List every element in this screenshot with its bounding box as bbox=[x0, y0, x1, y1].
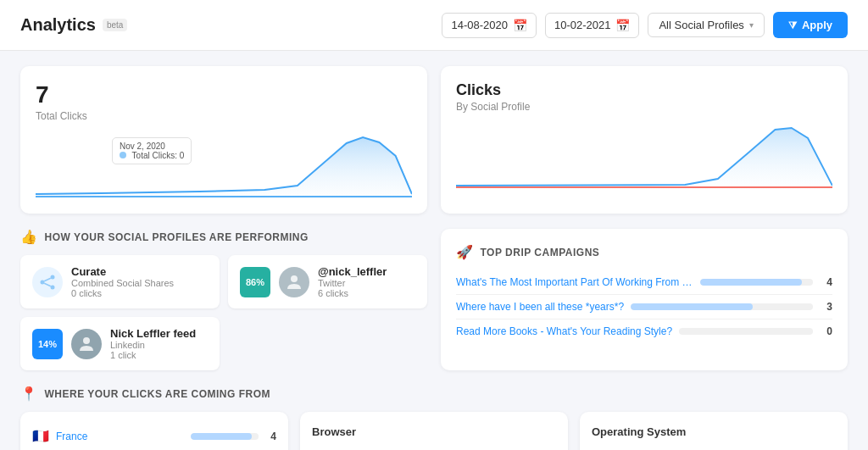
header-left: Analytics beta bbox=[20, 15, 127, 35]
curate-clicks: 0 clicks bbox=[71, 288, 174, 298]
drip-item-3: Read More Books - What's Your Reading St… bbox=[456, 319, 832, 343]
drip-bar-wrap-2 bbox=[631, 303, 813, 310]
apply-button[interactable]: ⧩ Apply bbox=[773, 12, 848, 38]
page-title: Analytics bbox=[20, 15, 96, 35]
drip-row-2: Where have I been all these *years*? 3 bbox=[456, 301, 832, 313]
calendar-icon-end: 📅 bbox=[615, 19, 630, 32]
browser-card: Browser bbox=[300, 412, 568, 450]
os-card: Operating System bbox=[580, 412, 848, 450]
nick-linkedin-percentage: 14% bbox=[32, 329, 63, 359]
drip-campaigns-section: 🚀 TOP DRIP CAMPAIGNS What's The Most Imp… bbox=[441, 229, 848, 370]
clicks-profile-chart-svg bbox=[456, 121, 832, 189]
header-right: 14-08-2020 📅 10-02-2021 📅 All Social Pro… bbox=[442, 12, 848, 38]
end-date-input[interactable]: 10-02-2021 📅 bbox=[545, 13, 640, 38]
person-icon-2 bbox=[76, 334, 97, 354]
nick-twitter-platform: Twitter bbox=[318, 278, 387, 288]
svg-point-4 bbox=[51, 285, 55, 289]
chevron-down-icon: ▾ bbox=[749, 20, 754, 30]
drip-row-1: What's The Most Important Part Of Workin… bbox=[456, 276, 832, 288]
france-bar bbox=[191, 433, 252, 440]
curate-avatar bbox=[32, 267, 63, 297]
start-date-value: 14-08-2020 bbox=[451, 19, 508, 31]
clicks-card-subtitle: By Social Profile bbox=[456, 101, 832, 113]
tooltip-value: 0 bbox=[180, 151, 185, 160]
social-profiles-heading: 👍 HOW YOUR SOCIAL PROFILES ARE PERFORMIN… bbox=[20, 229, 427, 245]
svg-point-7 bbox=[291, 275, 298, 282]
nick-linkedin-info: Nick Leffler feed Linkedin 1 click bbox=[110, 327, 196, 360]
clicks-profile-chart-area bbox=[456, 121, 832, 189]
drip-count-1: 4 bbox=[826, 276, 832, 288]
top-cards-row: 7 Total Clicks Nov 2, 2020 Total Clicks:… bbox=[20, 66, 848, 214]
france-link[interactable]: France bbox=[56, 431, 184, 442]
os-label: Operating System bbox=[592, 425, 836, 438]
browser-pie-chart bbox=[312, 445, 556, 450]
main-content: 7 Total Clicks Nov 2, 2020 Total Clicks:… bbox=[0, 51, 868, 450]
svg-point-8 bbox=[83, 337, 90, 344]
drip-item-1: What's The Most Important Part Of Workin… bbox=[456, 270, 832, 295]
nick-linkedin-avatar bbox=[71, 329, 102, 359]
drip-bar-wrap-3 bbox=[679, 328, 813, 335]
total-clicks-chart-svg bbox=[36, 131, 412, 198]
drip-count-3: 0 bbox=[826, 325, 832, 337]
country-item-france: 🇫🇷 France 4 bbox=[32, 424, 276, 448]
person-icon bbox=[284, 272, 304, 292]
chart-tooltip: Nov 2, 2020 Total Clicks: 0 bbox=[112, 137, 192, 164]
countries-card: 🇫🇷 France 4 🇺🇸 United States 3 bbox=[20, 412, 288, 450]
start-date-input[interactable]: 14-08-2020 📅 bbox=[442, 13, 537, 38]
curate-name: Curate bbox=[71, 265, 174, 278]
drip-link-3[interactable]: Read More Books - What's Your Reading St… bbox=[456, 325, 672, 337]
social-profiles-title: HOW YOUR SOCIAL PROFILES ARE PERFORMING bbox=[45, 231, 309, 243]
nick-linkedin-name: Nick Leffler feed bbox=[110, 327, 196, 340]
svg-line-6 bbox=[44, 283, 51, 286]
nick-twitter-name: @nick_leffler bbox=[318, 265, 387, 278]
drip-bar-1 bbox=[700, 279, 802, 286]
clicks-from-section: 📍 WHERE YOUR CLICKS ARE COMING FROM 🇫🇷 F… bbox=[20, 386, 848, 450]
thumbs-up-icon: 👍 bbox=[20, 229, 38, 245]
profile-select-label: All Social Profiles bbox=[659, 19, 743, 31]
drip-bar-2 bbox=[631, 303, 753, 310]
profile-card-curate: Curate Combined Social Shares 0 clicks bbox=[20, 255, 220, 308]
header: Analytics beta 14-08-2020 📅 10-02-2021 📅… bbox=[0, 0, 868, 51]
drip-count-2: 3 bbox=[826, 301, 832, 313]
curate-platform: Combined Social Shares bbox=[71, 278, 174, 288]
nick-twitter-percentage: 86% bbox=[240, 267, 270, 297]
clicks-cards-row: 🇫🇷 France 4 🇺🇸 United States 3 bbox=[20, 412, 848, 450]
nick-twitter-avatar bbox=[279, 267, 309, 297]
svg-point-2 bbox=[41, 280, 45, 284]
drip-campaigns-list: What's The Most Important Part Of Workin… bbox=[456, 270, 832, 343]
apply-label: Apply bbox=[802, 19, 832, 31]
nick-twitter-info: @nick_leffler Twitter 6 clicks bbox=[318, 265, 387, 298]
total-clicks-card: 7 Total Clicks Nov 2, 2020 Total Clicks:… bbox=[20, 66, 427, 214]
svg-line-5 bbox=[44, 278, 51, 281]
filter-icon: ⧩ bbox=[788, 19, 797, 31]
clicks-from-heading: 📍 WHERE YOUR CLICKS ARE COMING FROM bbox=[20, 386, 848, 402]
social-profiles-section: 👍 HOW YOUR SOCIAL PROFILES ARE PERFORMIN… bbox=[20, 229, 427, 370]
drip-campaigns-title: TOP DRIP CAMPAIGNS bbox=[481, 247, 600, 258]
nick-twitter-clicks: 6 clicks bbox=[318, 288, 387, 298]
total-clicks-number: 7 bbox=[36, 81, 412, 108]
drip-campaigns-heading: 🚀 TOP DRIP CAMPAIGNS bbox=[456, 244, 832, 260]
total-clicks-chart-area: Nov 2, 2020 Total Clicks: 0 bbox=[36, 131, 412, 198]
clicks-by-profile-card: Clicks By Social Profile bbox=[441, 66, 848, 214]
clicks-from-title: WHERE YOUR CLICKS ARE COMING FROM bbox=[45, 388, 271, 400]
tooltip-dot bbox=[120, 152, 126, 158]
drip-link-1[interactable]: What's The Most Important Part Of Workin… bbox=[456, 276, 693, 288]
share-icon bbox=[39, 274, 56, 291]
tooltip-label: Total Clicks: bbox=[132, 151, 177, 160]
nick-linkedin-clicks: 1 click bbox=[110, 350, 196, 360]
profile-select-dropdown[interactable]: All Social Profiles ▾ bbox=[648, 13, 764, 37]
france-count: 4 bbox=[270, 431, 276, 442]
calendar-icon-start: 📅 bbox=[513, 19, 527, 32]
profile-card-nick-twitter: 86% @nick_leffler Twitter 6 clicks bbox=[228, 255, 427, 308]
beta-badge: beta bbox=[103, 19, 127, 31]
clicks-card-title: Clicks bbox=[456, 81, 832, 99]
curate-info: Curate Combined Social Shares 0 clicks bbox=[71, 265, 174, 298]
drip-row-3: Read More Books - What's Your Reading St… bbox=[456, 325, 832, 337]
total-clicks-label: Total Clicks bbox=[36, 110, 412, 122]
drip-link-2[interactable]: Where have I been all these *years*? bbox=[456, 301, 624, 313]
middle-row: 👍 HOW YOUR SOCIAL PROFILES ARE PERFORMIN… bbox=[20, 229, 848, 370]
france-bar-wrap bbox=[191, 433, 259, 440]
tooltip-date: Nov 2, 2020 bbox=[120, 142, 165, 151]
france-flag-icon: 🇫🇷 bbox=[32, 428, 49, 444]
os-pie-chart bbox=[592, 445, 836, 450]
